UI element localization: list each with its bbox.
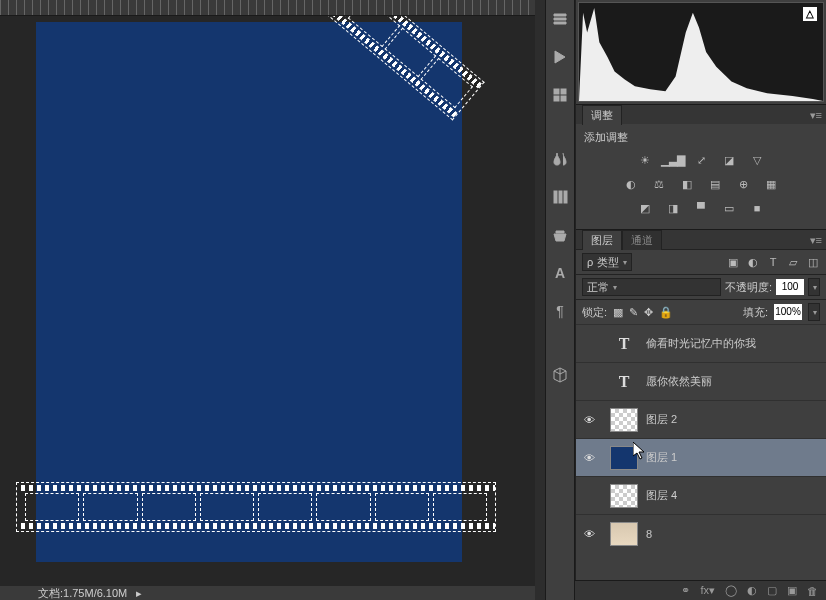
threshold-icon[interactable]: ▀ [692, 199, 710, 217]
lock-transparent-icon[interactable]: ▩ [613, 306, 623, 319]
balance-icon[interactable]: ⚖ [650, 175, 668, 193]
layer-name[interactable]: 8 [646, 528, 652, 540]
blend-opacity-bar: 正常 不透明度: 100 [576, 274, 826, 299]
swatches-icon[interactable] [549, 84, 571, 106]
vibrance-icon[interactable]: ▽ [748, 151, 766, 169]
layer-name[interactable]: 偷看时光记忆中的你我 [646, 336, 756, 351]
lock-all-icon[interactable]: 🔒 [659, 306, 673, 319]
fill-dropdown[interactable] [808, 303, 820, 321]
3d-icon[interactable] [549, 364, 571, 386]
filter-smart-icon[interactable]: ◫ [806, 255, 820, 269]
brightness-icon[interactable]: ☀ [636, 151, 654, 169]
layers-menu-icon[interactable]: ▾≡ [810, 234, 822, 247]
layers-footer: ⚭ fx▾ ◯ ◐ ▢ ▣ 🗑 [575, 580, 826, 600]
fx-icon[interactable]: fx▾ [700, 584, 715, 597]
hue-icon[interactable]: ◐ [622, 175, 640, 193]
warning-icon[interactable]: △ [803, 7, 817, 21]
doc-size: 文档:1.75M/6.10M [38, 587, 127, 599]
layers-tab[interactable]: 图层 [582, 230, 622, 250]
invert-icon[interactable]: ◩ [636, 199, 654, 217]
adjustments-panel-header[interactable]: 调整 ▾≡ [576, 104, 826, 124]
opacity-input[interactable]: 100 [776, 279, 804, 295]
layer-row[interactable]: 👁8 [576, 514, 826, 552]
svg-rect-5 [559, 191, 562, 203]
posterize-icon[interactable]: ◨ [664, 199, 682, 217]
layer-name[interactable]: 愿你依然美丽 [646, 374, 712, 389]
filter-pixel-icon[interactable]: ▣ [726, 255, 740, 269]
status-bar: 文档:1.75M/6.10M ▸ [0, 586, 535, 600]
character-icon[interactable]: A [549, 262, 571, 284]
channels-tab[interactable]: 通道 [622, 230, 662, 250]
gradient-map-icon[interactable]: ▭ [720, 199, 738, 217]
brush-icon[interactable] [549, 148, 571, 170]
canvas[interactable] [36, 22, 462, 562]
text-layer-icon: T [610, 370, 638, 394]
layers-panel-header[interactable]: 图层 通道 ▾≡ [576, 229, 826, 249]
canvas-area[interactable] [0, 16, 535, 586]
layer-row[interactable]: 图层 4 [576, 476, 826, 514]
svg-rect-0 [554, 89, 559, 94]
play-icon[interactable] [549, 8, 571, 30]
visibility-toggle[interactable] [580, 373, 598, 391]
layer-row[interactable]: 👁图层 1 [576, 438, 826, 476]
blend-mode-dropdown[interactable]: 正常 [582, 278, 721, 296]
photo-filter-icon[interactable]: ▤ [706, 175, 724, 193]
layer-name[interactable]: 图层 2 [646, 412, 677, 427]
channel-mixer-icon[interactable]: ⊕ [734, 175, 752, 193]
delete-icon[interactable]: 🗑 [807, 585, 818, 597]
layer-row[interactable]: T偷看时光记忆中的你我 [576, 324, 826, 362]
layer-name[interactable]: 图层 1 [646, 450, 677, 465]
layer-thumbnail[interactable] [610, 484, 638, 508]
fill-input[interactable]: 100% [774, 304, 802, 320]
new-layer-icon[interactable]: ▣ [787, 584, 797, 597]
paragraph-icon[interactable]: ¶ [549, 300, 571, 322]
filter-kind-dropdown[interactable]: ρ 类型 [582, 253, 632, 271]
quick-tool-column: A ¶ [545, 0, 575, 600]
fill-label: 填充: [743, 305, 768, 320]
lock-paint-icon[interactable]: ✎ [629, 306, 638, 319]
ruler-horizontal[interactable] [0, 0, 535, 16]
layer-row[interactable]: T愿你依然美丽 [576, 362, 826, 400]
status-arrow-icon[interactable]: ▸ [136, 587, 142, 599]
selection-film-strip-2 [16, 482, 496, 532]
adjustments-tab[interactable]: 调整 [582, 105, 622, 125]
selective-icon[interactable]: ■ [748, 199, 766, 217]
panel-menu-icon[interactable]: ▾≡ [810, 109, 822, 122]
lock-label: 锁定: [582, 305, 607, 320]
layer-row[interactable]: 👁图层 2 [576, 400, 826, 438]
play-button-icon[interactable] [549, 46, 571, 68]
levels-icon[interactable]: ▁▃▇ [664, 151, 682, 169]
lock-fill-bar: 锁定: ▩ ✎ ✥ 🔒 填充: 100% [576, 299, 826, 324]
histogram-panel[interactable]: △ [578, 2, 824, 102]
svg-rect-2 [554, 96, 559, 101]
link-icon[interactable]: ⚭ [681, 584, 690, 597]
add-adjustment-label: 添加调整 [584, 130, 818, 145]
visibility-toggle[interactable]: 👁 [580, 449, 598, 467]
visibility-toggle[interactable] [580, 487, 598, 505]
layer-thumbnail[interactable] [610, 446, 638, 470]
selection-film-strip-1 [299, 16, 484, 120]
lookup-icon[interactable]: ▦ [762, 175, 780, 193]
filter-shape-icon[interactable]: ▱ [786, 255, 800, 269]
layer-filter-bar: ρ 类型 ▣ ◐ T ▱ ◫ [576, 249, 826, 274]
opacity-dropdown[interactable] [808, 278, 820, 296]
brush-presets-icon[interactable] [549, 186, 571, 208]
opacity-label: 不透明度: [725, 280, 772, 295]
panels-column: △ 调整 ▾≡ 添加调整 ☀ ▁▃▇ ⤢ ◪ ▽ ◐ ⚖ ◧ ▤ ⊕ ▦ ◩ ◨… [575, 0, 826, 600]
filter-adjust-icon[interactable]: ◐ [746, 255, 760, 269]
visibility-toggle[interactable]: 👁 [580, 525, 598, 543]
bw-icon[interactable]: ◧ [678, 175, 696, 193]
clone-icon[interactable] [549, 224, 571, 246]
curves-icon[interactable]: ⤢ [692, 151, 710, 169]
fill-layer-icon[interactable]: ◐ [747, 584, 757, 597]
visibility-toggle[interactable]: 👁 [580, 411, 598, 429]
layer-thumbnail[interactable] [610, 408, 638, 432]
layer-thumbnail[interactable] [610, 522, 638, 546]
group-icon[interactable]: ▢ [767, 584, 777, 597]
visibility-toggle[interactable] [580, 335, 598, 353]
filter-type-icon[interactable]: T [766, 255, 780, 269]
exposure-icon[interactable]: ◪ [720, 151, 738, 169]
layer-name[interactable]: 图层 4 [646, 488, 677, 503]
mask-icon[interactable]: ◯ [725, 584, 737, 597]
lock-position-icon[interactable]: ✥ [644, 306, 653, 319]
